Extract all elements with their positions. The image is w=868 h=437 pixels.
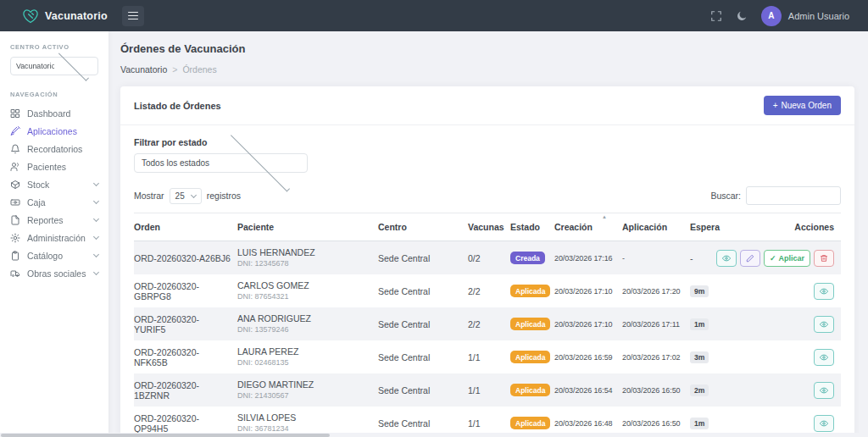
- breadcrumb-parent[interactable]: Vacunatorio: [120, 64, 167, 75]
- navigation-label: NAVEGACIÓN: [0, 91, 108, 98]
- chevron-down-icon: [93, 198, 99, 204]
- users-icon: [10, 162, 20, 172]
- sidebar-item-aplicaciones[interactable]: Aplicaciones: [0, 122, 108, 140]
- brand: Vacunatorio: [0, 8, 108, 25]
- table-row: ORD-20260320-NFK65B LAURA PEREZ DNI: 024…: [134, 340, 841, 373]
- order-id: ORD-20260320-A26BJ6: [134, 241, 237, 275]
- page-title: Órdenes de Vacunación: [120, 42, 854, 55]
- table-row: ORD-20260320-GBRPG8 CARLOS GOMEZ DNI: 87…: [134, 274, 841, 307]
- view-order-button[interactable]: [716, 250, 737, 267]
- page-length-value: 25: [175, 191, 185, 201]
- vaccines-cell: 0/2: [468, 241, 510, 275]
- center-cell: Sede Central: [378, 241, 468, 275]
- eye-icon: [820, 353, 828, 362]
- created-at-cell: 20/03/2026 17:16: [554, 241, 622, 275]
- chevron-down-icon: [93, 269, 99, 275]
- fullscreen-button[interactable]: [710, 10, 722, 22]
- delete-order-button[interactable]: [814, 250, 834, 267]
- center-select[interactable]: Vacunatorio (Principal): [10, 57, 98, 75]
- horizontal-scrollbar-thumb[interactable]: [1, 434, 330, 437]
- status-filter-select[interactable]: Todos los estados: [134, 153, 308, 173]
- page-length-select[interactable]: 25: [170, 188, 202, 204]
- search-label: Buscar:: [710, 191, 741, 201]
- box-icon: [10, 180, 20, 190]
- row-actions: [731, 415, 834, 432]
- vaccines-cell: 1/1: [468, 340, 510, 373]
- sidebar-item-administraci-n[interactable]: Administración: [0, 229, 108, 246]
- sidebar-item-caja[interactable]: Caja: [0, 193, 108, 211]
- wait-time-badge: 3m: [690, 351, 709, 363]
- column-header-creaci-n[interactable]: Creación▲: [554, 213, 622, 241]
- apply-order-button[interactable]: ✓ Aplicar: [764, 250, 810, 267]
- cash-icon: [10, 197, 20, 207]
- sidebar-item-cat-logo[interactable]: Catálogo: [0, 246, 108, 264]
- sidebar-item-reportes[interactable]: Reportes: [0, 211, 108, 229]
- patient-name: LUIS HERNANDEZ: [237, 247, 371, 257]
- horizontal-scrollbar[interactable]: [0, 433, 868, 437]
- patient-name: SILVIA LOPES: [237, 412, 371, 423]
- sidebar-item-label: Reportes: [27, 215, 64, 225]
- sidebar-item-pacientes[interactable]: Pacientes: [0, 158, 108, 175]
- search-input[interactable]: [746, 186, 841, 205]
- new-order-button[interactable]: + Nueva Orden: [764, 96, 841, 115]
- chevron-down-icon: [58, 50, 88, 80]
- column-header-centro[interactable]: Centro: [378, 213, 468, 241]
- sidebar-item-dashboard[interactable]: Dashboard: [0, 104, 108, 122]
- column-header-estado[interactable]: Estado: [510, 213, 554, 241]
- ambulance-icon: [10, 268, 20, 279]
- status-badge: Aplicada: [510, 285, 550, 297]
- status-badge: Aplicada: [510, 318, 550, 330]
- sidebar-item-label: Administración: [27, 233, 86, 243]
- chevron-down-icon: [93, 180, 99, 186]
- eye-icon: [820, 419, 828, 428]
- view-order-button[interactable]: [814, 415, 834, 432]
- length-prefix: Mostrar: [134, 191, 164, 201]
- dark-mode-toggle-button[interactable]: [736, 10, 748, 22]
- table-header-row: OrdenPacienteCentroVacunasEstadoCreación…: [134, 213, 841, 241]
- heart-syringe-logo-icon: [22, 8, 39, 25]
- patient-name: DIEGO MARTINEZ: [237, 379, 371, 390]
- table-row: ORD-20260320-1BZRNR DIEGO MARTINEZ DNI: …: [134, 373, 841, 407]
- sidebar-item-label: Caja: [27, 197, 46, 207]
- view-order-button[interactable]: [814, 349, 834, 366]
- sidebar-item-label: Dashboard: [27, 108, 70, 119]
- column-header-espera[interactable]: Espera: [690, 213, 731, 241]
- view-order-button[interactable]: [814, 316, 834, 333]
- sidebar-item-label: Stock: [27, 180, 49, 190]
- main-content: Órdenes de Vacunación Vacunatorio > Órde…: [108, 31, 868, 437]
- patient-dni: DNI: 21430567: [237, 391, 371, 401]
- patient-dni: DNI: 12345678: [237, 259, 371, 268]
- report-icon: [10, 215, 20, 225]
- search-control: Buscar:: [710, 186, 841, 205]
- column-header-vacunas[interactable]: Vacunas: [468, 213, 510, 241]
- sidebar-item-label: Recordatorios: [27, 144, 82, 154]
- edit-order-button[interactable]: [740, 250, 760, 267]
- center-cell: Sede Central: [378, 373, 468, 407]
- view-order-button[interactable]: [814, 283, 834, 300]
- user-menu[interactable]: A Admin Usuario: [761, 6, 849, 26]
- trash-icon: [820, 254, 828, 263]
- column-header-aplicaci-n[interactable]: Aplicación: [622, 213, 690, 241]
- column-header-orden[interactable]: Orden: [134, 213, 237, 241]
- center-cell: Sede Central: [378, 307, 468, 340]
- sidebar-item-recordatorios[interactable]: Recordatorios: [0, 140, 108, 158]
- applied-at-cell: -: [622, 241, 690, 275]
- eye-icon: [820, 386, 828, 395]
- menu-toggle-button[interactable]: [122, 6, 144, 26]
- chevron-down-icon: [93, 216, 99, 222]
- gear-icon: [10, 233, 20, 243]
- patient-dni: DNI: 02468135: [237, 358, 371, 368]
- status-filter-value: Todos los estados: [142, 158, 220, 168]
- column-header-acciones[interactable]: Acciones: [731, 213, 841, 241]
- sidebar-item-label: Obras sociales: [27, 268, 86, 279]
- bell-icon: [10, 144, 20, 154]
- sidebar-item-stock[interactable]: Stock: [0, 175, 108, 193]
- view-order-button[interactable]: [814, 382, 834, 399]
- row-actions: [731, 283, 834, 300]
- sidebar-item-obras-sociales[interactable]: Obras sociales: [0, 264, 108, 282]
- patient-name: ANA RODRIGUEZ: [237, 313, 371, 324]
- eye-icon: [820, 320, 828, 329]
- table-row: ORD-20260320-A26BJ6 LUIS HERNANDEZ DNI: …: [134, 241, 841, 275]
- status-badge: Aplicada: [510, 384, 550, 396]
- column-header-paciente[interactable]: Paciente: [237, 213, 378, 241]
